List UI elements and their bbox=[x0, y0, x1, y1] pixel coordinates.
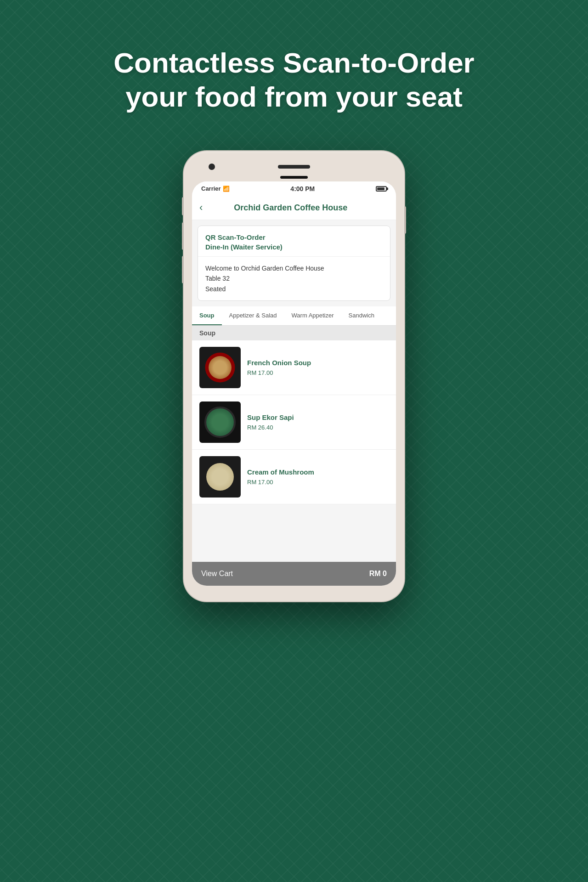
view-cart-label: View Cart bbox=[201, 570, 233, 578]
welcome-text: Welcome to Orchid Garden Coffee House Ta… bbox=[205, 263, 383, 294]
french-onion-image bbox=[199, 347, 241, 388]
cream-mushroom-info: Cream of Mushroom RM 17.00 bbox=[247, 468, 389, 486]
cream-mushroom-name: Cream of Mushroom bbox=[247, 468, 389, 476]
carrier-label: Carrier bbox=[201, 185, 221, 192]
front-camera bbox=[209, 164, 215, 170]
section-header-soup: Soup bbox=[192, 326, 396, 340]
wifi-icon: 📶 bbox=[223, 186, 230, 192]
tab-appetizer-salad[interactable]: Appetizer & Salad bbox=[222, 306, 284, 325]
sup-ekor-info: Sup Ekor Sapi RM 26.40 bbox=[247, 413, 389, 431]
menu-item-cream-mushroom[interactable]: Cream of Mushroom RM 17.00 bbox=[192, 450, 396, 504]
carrier-info: Carrier 📶 bbox=[201, 185, 230, 192]
category-tabs: Soup Appetizer & Salad Warm Appetizer Sa… bbox=[192, 306, 396, 326]
bottom-speaker bbox=[280, 176, 308, 179]
status-time: 4:00 PM bbox=[290, 185, 315, 192]
phone-screen: Carrier 📶 4:00 PM ‹ Orchid Garden Coffee… bbox=[192, 181, 396, 586]
battery-fill bbox=[377, 187, 384, 190]
phone-top-bar bbox=[192, 159, 396, 174]
screen-content[interactable]: QR Scan-To-Order Dine-In (Waiter Service… bbox=[192, 220, 396, 562]
back-button[interactable]: ‹ bbox=[199, 202, 203, 214]
view-cart-bar[interactable]: View Cart RM 0 bbox=[192, 562, 396, 586]
sup-ekor-name: Sup Ekor Sapi bbox=[247, 413, 389, 421]
french-onion-info: French Onion Soup RM 17.00 bbox=[247, 359, 389, 376]
welcome-card-body: Welcome to Orchid Garden Coffee House Ta… bbox=[198, 257, 390, 300]
welcome-card: QR Scan-To-Order Dine-In (Waiter Service… bbox=[198, 226, 390, 301]
power-button bbox=[404, 206, 406, 234]
cream-mushroom-price: RM 17.00 bbox=[247, 479, 389, 486]
welcome-card-header: QR Scan-To-Order Dine-In (Waiter Service… bbox=[198, 226, 390, 257]
battery-indicator bbox=[376, 186, 387, 192]
phone-body: Carrier 📶 4:00 PM ‹ Orchid Garden Coffee… bbox=[184, 151, 404, 601]
volume-down-button bbox=[182, 256, 184, 283]
french-onion-price: RM 17.00 bbox=[247, 369, 389, 376]
mute-button bbox=[182, 197, 184, 215]
header-title: Orchid Garden Coffee House bbox=[208, 203, 373, 213]
volume-up-button bbox=[182, 222, 184, 250]
french-onion-name: French Onion Soup bbox=[247, 359, 389, 367]
status-bar: Carrier 📶 4:00 PM bbox=[192, 181, 396, 196]
earpiece-speaker bbox=[278, 165, 310, 169]
welcome-card-title: QR Scan-To-Order Dine-In (Waiter Service… bbox=[205, 232, 383, 252]
tab-warm-appetizer[interactable]: Warm Appetizer bbox=[284, 306, 341, 325]
menu-item-sup-ekor[interactable]: Sup Ekor Sapi RM 26.40 bbox=[192, 395, 396, 450]
tab-soup[interactable]: Soup bbox=[192, 306, 222, 325]
battery-icon bbox=[376, 186, 387, 192]
sup-ekor-price: RM 26.40 bbox=[247, 424, 389, 431]
app-header: ‹ Orchid Garden Coffee House bbox=[192, 196, 396, 220]
tab-sandwich[interactable]: Sandwich bbox=[341, 306, 382, 325]
view-cart-amount: RM 0 bbox=[369, 570, 387, 578]
menu-item-french-onion[interactable]: French Onion Soup RM 17.00 bbox=[192, 340, 396, 395]
cream-mushroom-image bbox=[199, 456, 241, 498]
sup-ekor-image bbox=[199, 401, 241, 443]
